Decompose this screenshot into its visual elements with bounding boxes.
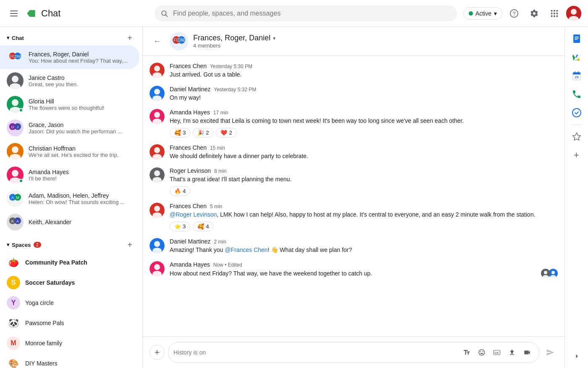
topbar: Chat Active ▾ ? [0,0,588,27]
chat-item-gloria-hill[interactable]: Gloria Hill The flowers were so thoughtf… [0,93,139,116]
message-input-wrap: GIF [168,342,539,363]
chat-name: Gloria Hill [29,98,132,105]
status-dot [469,11,473,16]
chat-section-header: ▾ Chat + [0,27,142,45]
message-sender: Amanda Hayes [170,109,210,116]
google-docs-icon[interactable] [568,30,585,47]
spaces-section-header: ▾ Spaces 2 + [0,234,142,252]
chat-item-adam-group[interactable]: AM Adam, Madison, Helen, Jeffrey Helen: … [0,187,139,210]
space-item-yoga-circle[interactable]: Y Yoga circle [0,293,139,313]
space-item-community-pea-patch[interactable]: 🍅 Community Pea Patch [0,252,139,273]
reaction-fire[interactable]: 🔥4 [170,186,190,196]
message-time: 5 min [210,204,222,209]
chat-avatar: KA [7,214,24,230]
space-icon: M [7,336,20,350]
status-pill[interactable]: Active ▾ [463,7,502,20]
mention-frances[interactable]: @Frances Chen [225,246,268,253]
spaces-section-toggle[interactable]: ▾ Spaces 2 [7,242,41,248]
space-item-soccer-saturdays[interactable]: S Soccer Saturdays [0,273,139,293]
message-input[interactable] [173,349,457,356]
app-title: Chat [41,8,60,19]
google-calendar-icon[interactable]: 25 [568,67,585,84]
svg-rect-86 [573,34,580,43]
google-tasks-icon[interactable] [568,104,585,121]
search-input[interactable] [155,5,457,21]
chat-item-grace-jason[interactable]: GJ Grace, Jason Jason: Did you watch the… [0,116,139,140]
mention-roger[interactable]: @Roger Levinson [170,211,217,218]
reaction-party[interactable]: 🎉2 [193,128,213,138]
add-message-button[interactable]: + [150,345,165,360]
svg-rect-13 [556,15,558,17]
back-button[interactable]: ← [150,34,165,49]
upload-icon[interactable] [505,346,519,359]
main-content: ▾ Chat + FCDM Frances, Roger, Daniel You… [0,27,588,368]
chat-avatar [7,96,24,113]
spaces-section-label: Spaces [12,242,31,248]
space-item-pawsome-pals[interactable]: 🐼 Pawsome Pals [0,313,139,333]
svg-text:G: G [11,125,14,129]
google-phone-icon[interactable] [568,86,585,103]
apps-icon[interactable] [546,5,563,22]
user-avatar[interactable] [566,6,581,21]
message-sender: Amanda Hayes [170,261,210,268]
reaction-heart[interactable]: ❤️2 [216,128,236,138]
settings-icon[interactable] [526,5,543,22]
chat-item-janice-castro[interactable]: Janice Castro Great, see you then. [0,69,139,93]
svg-rect-10 [556,13,558,14]
svg-rect-89 [575,39,578,40]
svg-point-26 [12,99,18,106]
message-content: Daniel Martinez 2 min Amazing! Thank you… [170,238,558,254]
chat-name: Frances, Roger, Daniel [29,51,132,58]
message-content: Daniel Martinez Yesterday 5:32 PM On my … [170,86,558,102]
gif-icon[interactable]: GIF [490,346,504,359]
message-text: Hey, I'm so excited that Leila is coming… [170,116,558,125]
message-time: 2 min [214,239,226,245]
svg-rect-5 [551,10,553,11]
message-text: We should definitely have a dinner party… [170,152,558,161]
chat-item-amanda-hayes[interactable]: Amanda Hayes I'll be there! [0,163,139,187]
chat-item-frances-roger-daniel[interactable]: FCDM Frances, Roger, Daniel You: How abo… [0,45,139,69]
add-chat-button[interactable]: + [124,32,136,44]
reaction-heart-eyes[interactable]: 🥰3 [170,128,190,138]
message-avatar [150,109,165,124]
right-sidebar: 25 + [564,27,588,368]
chat-header-name[interactable]: Frances, Roger, Daniel ▾ [193,34,558,42]
status-label: Active [475,10,491,17]
add-app-button[interactable]: + [568,147,585,164]
svg-text:DM: DM [15,54,21,58]
svg-point-67 [154,170,160,176]
chat-info: Amanda Hayes I'll be there! [29,169,132,182]
message-text: Amazing! Thank you @Frances Chen! 👋 What… [170,246,558,254]
message-avatar [150,63,165,78]
svg-rect-9 [554,13,555,14]
space-item-monroe-family[interactable]: M Monroe family [0,333,139,353]
emoji-icon[interactable] [475,346,488,359]
send-button[interactable] [543,345,558,360]
chat-info: Adam, Madison, Helen, Jeffrey Helen: Oh … [29,192,132,205]
chat-avatar-group: FCDM [7,49,24,66]
chat-section-toggle[interactable]: ▾ Chat [7,35,24,41]
svg-point-55 [154,66,160,71]
message-content: Amanda Hayes Now • Edited How about next… [170,261,558,278]
help-icon[interactable]: ? [506,5,522,22]
message-avatar [150,86,165,101]
input-bar: + GIF [143,336,564,368]
online-status-dot [19,179,23,183]
collapse-sidebar-icon[interactable] [568,348,585,365]
reaction-heart-eyes2[interactable]: 🥰4 [193,222,213,231]
chat-item-keith-alexander[interactable]: KA Keith, Alexander [0,210,139,234]
google-drive-icon[interactable] [568,49,585,66]
reaction-star[interactable]: ⭐3 [170,222,190,231]
hamburger-menu[interactable] [7,7,21,20]
svg-line-2 [165,15,167,16]
starred-icon[interactable] [568,128,585,145]
message-time: 8 min [214,168,226,174]
format-text-icon[interactable] [460,346,473,359]
chat-members-count: 4 members [193,42,558,49]
chat-item-christian-hoffman[interactable]: Christian Hoffman We're all set. He's ex… [0,140,139,163]
svg-text:A: A [11,196,14,200]
video-icon[interactable] [520,346,534,359]
space-icon: 🎨 [7,357,20,368]
add-space-button[interactable]: + [124,239,136,251]
space-item-diy-masters[interactable]: 🎨 DIY Masters [0,353,139,368]
